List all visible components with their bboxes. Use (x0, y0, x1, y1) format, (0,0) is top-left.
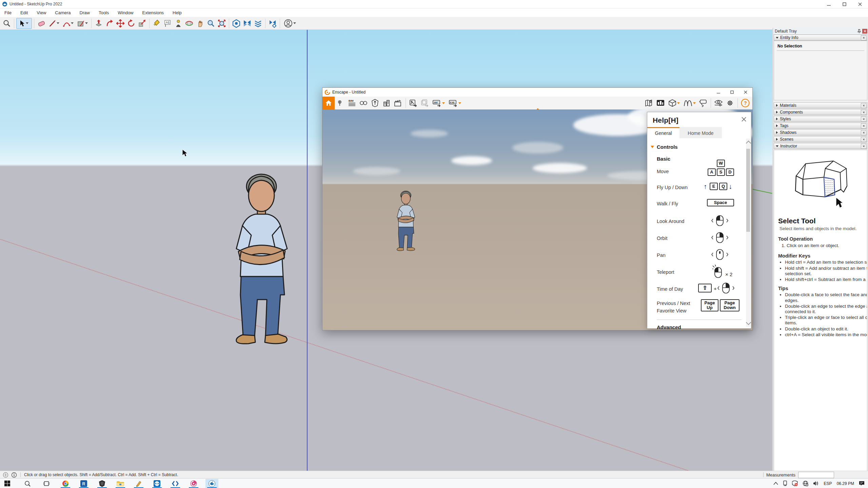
line-tool-icon[interactable] (47, 18, 61, 28)
tray-close-icon[interactable] (862, 29, 867, 34)
panel-close-icon[interactable] (861, 117, 866, 122)
batch-export-icon[interactable] (420, 98, 430, 108)
close-button[interactable] (853, 0, 867, 8)
volume-icon[interactable] (813, 481, 819, 486)
geolocation-icon[interactable] (3, 472, 8, 478)
push-pull-tool-icon[interactable] (94, 18, 104, 28)
menu-tools[interactable]: Tools (94, 8, 113, 17)
menu-view[interactable]: View (32, 8, 51, 17)
panel-instructor[interactable]: Instructor (774, 143, 867, 149)
panel-shadows[interactable]: Shadows (774, 129, 867, 136)
move-tool-icon[interactable] (115, 18, 125, 28)
orbit-tool-icon[interactable] (184, 18, 194, 28)
select-tool-icon[interactable] (16, 18, 32, 29)
tray-expand-icon[interactable] (773, 482, 778, 485)
taskbar-teamviewer-icon[interactable] (151, 479, 163, 488)
enscape-maximize-button[interactable] (725, 88, 739, 97)
enscape-sync-updates-icon[interactable] (253, 18, 263, 28)
tab-home-mode[interactable]: Home Mode (679, 127, 722, 138)
security-alert-icon[interactable] (792, 481, 798, 486)
rotate-tool-icon[interactable] (126, 18, 136, 28)
eraser-tool-icon[interactable] (36, 18, 46, 28)
start-button[interactable] (1, 479, 14, 488)
search-tool-icon[interactable] (2, 18, 12, 28)
info-icon[interactable] (11, 472, 17, 478)
panel-close-icon[interactable] (861, 137, 866, 142)
scroll-down-icon[interactable] (746, 320, 751, 325)
minimize-button[interactable] (822, 0, 835, 8)
enscape-sync-views-icon[interactable] (242, 18, 252, 28)
panel-close-icon[interactable] (861, 35, 866, 40)
menu-window[interactable]: Window (113, 8, 138, 17)
panorama-export-icon[interactable]: 360° (431, 98, 446, 108)
follow-me-tool-icon[interactable] (104, 18, 115, 28)
menu-help[interactable]: Help (168, 8, 186, 17)
maximize-button[interactable] (837, 0, 851, 8)
rendered-view-icon[interactable] (655, 98, 666, 108)
panel-materials[interactable]: Materials (774, 102, 867, 108)
pin-icon[interactable] (857, 29, 861, 33)
panel-close-icon[interactable] (861, 144, 866, 149)
enscape-close-button[interactable] (739, 88, 752, 97)
panorama-view-icon[interactable] (683, 98, 697, 108)
taskbar-shield-app-icon[interactable] (96, 479, 108, 488)
pan-tool-icon[interactable] (195, 18, 205, 28)
position-camera-tool-icon[interactable] (173, 18, 183, 28)
panel-close-icon[interactable] (861, 123, 866, 128)
capture-icon[interactable] (393, 98, 403, 108)
scale-tool-icon[interactable] (137, 18, 147, 28)
vr-headset-icon[interactable] (698, 98, 708, 108)
scrollbar-thumb[interactable] (746, 149, 750, 232)
scroll-up-icon[interactable] (746, 141, 751, 146)
account-icon[interactable] (282, 18, 298, 28)
standalone-export-icon[interactable]: EXE (448, 98, 462, 108)
asset-library-icon[interactable] (381, 98, 392, 108)
taskbar-file-explorer-icon[interactable] (114, 479, 127, 488)
help-scrollbar[interactable] (746, 139, 750, 327)
menu-file[interactable]: File (0, 8, 16, 17)
taskbar-enscape-app-icon[interactable] (187, 479, 200, 488)
text-tool-icon[interactable]: A1 (162, 18, 173, 28)
usb-device-icon[interactable] (783, 481, 787, 486)
task-view-icon[interactable] (40, 479, 53, 488)
zoom-tool-icon[interactable] (206, 18, 216, 28)
panel-scenes[interactable]: Scenes (774, 136, 867, 142)
panel-close-icon[interactable] (861, 130, 866, 135)
panel-close-icon[interactable] (861, 103, 866, 108)
visual-settings-icon[interactable] (713, 98, 724, 108)
zoom-extents-tool-icon[interactable] (217, 18, 227, 28)
enscape-start-icon[interactable] (231, 18, 241, 28)
mini-map-icon[interactable] (644, 98, 654, 108)
white-mode-icon[interactable] (667, 98, 681, 108)
menu-extensions[interactable]: Extensions (138, 8, 169, 17)
panel-entity-info[interactable]: Entity Info (774, 35, 867, 41)
tab-general[interactable]: General (647, 127, 679, 138)
menu-edit[interactable]: Edit (16, 8, 32, 17)
screenshot-export-icon[interactable] (408, 98, 418, 108)
home-button[interactable] (322, 97, 335, 109)
menu-draw[interactable]: Draw (75, 8, 94, 17)
help-close-icon[interactable] (740, 116, 748, 123)
controls-section-header[interactable]: Controls (651, 144, 678, 150)
notification-center-icon[interactable] (859, 481, 865, 486)
taskbar-paint-app-icon[interactable] (132, 479, 145, 488)
taskbar-code-app-icon[interactable] (169, 479, 182, 488)
paint-bucket-tool-icon[interactable] (152, 18, 162, 28)
clock[interactable]: 06.29 PM (837, 481, 854, 486)
keyboard-language[interactable]: ESP (824, 481, 832, 486)
taskbar-search-icon[interactable] (21, 479, 34, 488)
panel-tags[interactable]: Tags (774, 123, 867, 129)
feedback-help-icon[interactable]: ? (740, 98, 750, 108)
bim-mode-icon[interactable]: BIM (347, 98, 357, 108)
taskbar-chrome-icon[interactable] (59, 479, 72, 488)
panel-styles[interactable]: Styles (774, 116, 867, 122)
enscape-minimize-button[interactable] (712, 88, 725, 97)
general-settings-icon[interactable] (725, 98, 735, 108)
panel-close-icon[interactable] (861, 110, 866, 115)
network-globe-icon[interactable] (803, 481, 808, 486)
rectangle-tool-icon[interactable] (76, 18, 89, 28)
view-management-icon[interactable] (358, 98, 369, 108)
menu-camera[interactable]: Camera (51, 8, 75, 17)
taskbar-sketchup-icon[interactable] (205, 479, 218, 488)
arc-tool-icon[interactable] (61, 18, 75, 28)
